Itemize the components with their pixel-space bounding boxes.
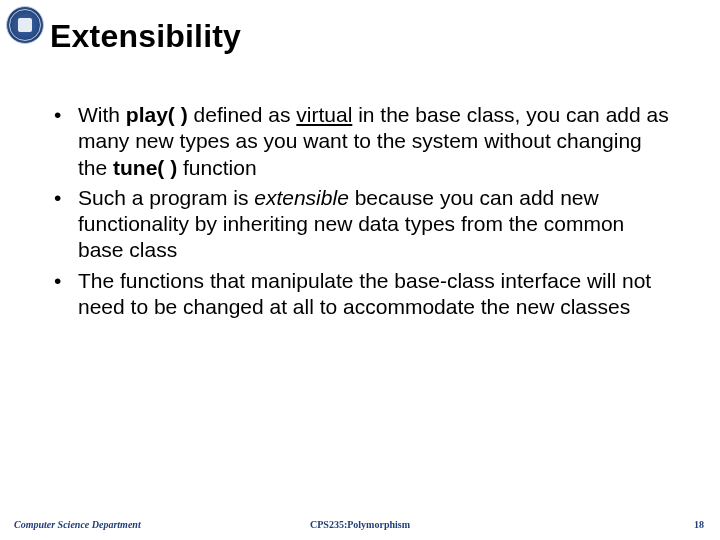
bold-text: play( )	[126, 103, 188, 126]
bullet-item: The functions that manipulate the base-c…	[50, 268, 674, 321]
text-fragment: defined as	[188, 103, 297, 126]
underline-text: virtual	[296, 103, 352, 126]
bullet-item: With play( ) defined as virtual in the b…	[50, 102, 674, 181]
logo-icon	[6, 6, 44, 44]
italic-text: extensible	[254, 186, 349, 209]
text-fragment: Such a program is	[78, 186, 254, 209]
slide-title: Extensibility	[50, 18, 241, 55]
footer: Computer Science Department CPS235:Polym…	[0, 512, 720, 530]
bullet-list: With play( ) defined as virtual in the b…	[50, 102, 674, 320]
footer-page-number: 18	[694, 519, 704, 530]
slide: Extensibility With play( ) defined as vi…	[0, 0, 720, 540]
text-fragment: With	[78, 103, 126, 126]
bold-text: tune( )	[113, 156, 177, 179]
text-fragment: The functions that manipulate the base-c…	[78, 269, 651, 318]
text-fragment: function	[177, 156, 256, 179]
footer-center: CPS235:Polymorphism	[0, 519, 720, 530]
slide-body: With play( ) defined as virtual in the b…	[50, 102, 674, 324]
bullet-item: Such a program is extensible because you…	[50, 185, 674, 264]
logo-inner-icon	[18, 18, 32, 32]
